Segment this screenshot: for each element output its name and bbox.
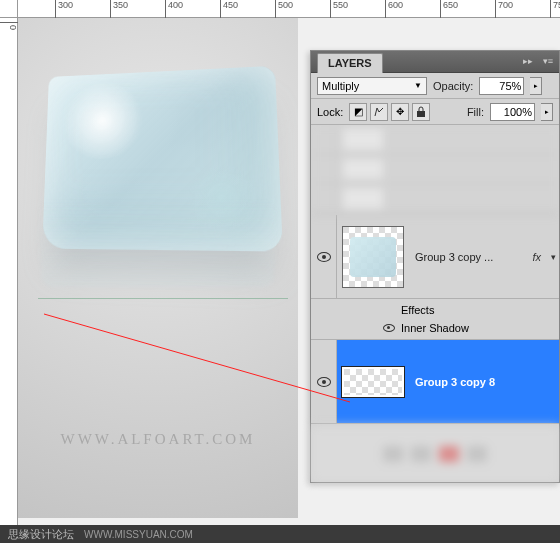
footer-site-url: WWW.MISSYUAN.COM	[84, 529, 193, 540]
annotation-arrow	[0, 0, 560, 543]
page-footer: 思缘设计论坛 WWW.MISSYUAN.COM	[0, 525, 560, 543]
footer-site-name: 思缘设计论坛	[8, 527, 74, 542]
svg-line-0	[44, 314, 350, 402]
